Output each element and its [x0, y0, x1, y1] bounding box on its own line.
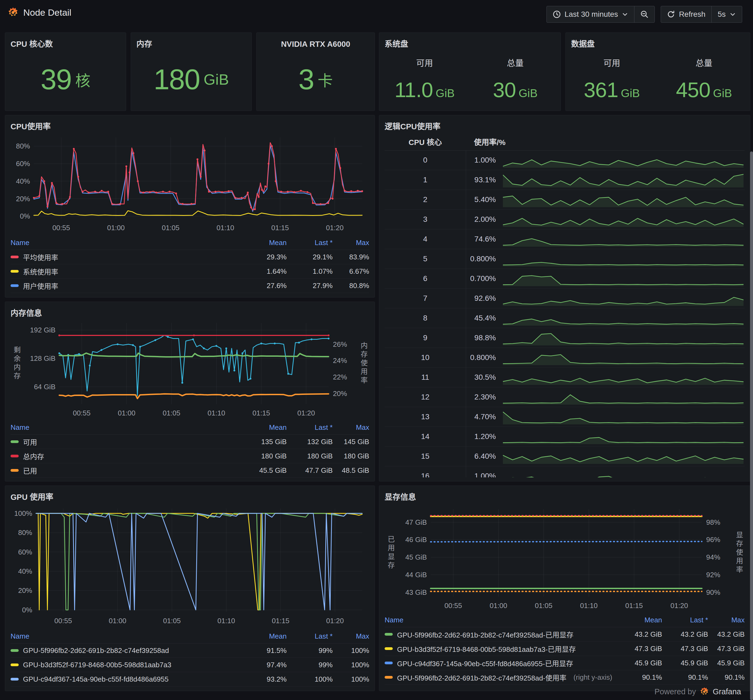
y-axis-title: 剩余内存 [12, 346, 22, 381]
legend-series-name[interactable]: GPU-c94df367-145a-90eb-c55f-fd8d486a6955 [11, 675, 241, 683]
panel-memory-total: 内存 180GiB [131, 33, 252, 111]
legend-series-name[interactable]: GPU-b3d3f52f-6719-8468-00b5-598d81aab7a3 [11, 661, 241, 669]
series-point [33, 197, 35, 199]
cpu-core-sparkline [503, 468, 744, 477]
legend-header-col[interactable]: Last * [287, 632, 333, 641]
legend-series-name[interactable]: GPU-5f996fb2-2d62-691b-2b82-c74ef39258ad [11, 647, 241, 655]
series-point [69, 196, 71, 198]
legend-row: GPU-c94df367-145a-90eb-c55f-fd8d486a6955… [11, 672, 369, 686]
series-point [271, 145, 273, 147]
y-axis-title: 显存使用率 [734, 531, 744, 574]
legend-series-name[interactable]: GPU-5f996fb2-2d62-691b-2b82-c74ef39258ad… [384, 630, 616, 639]
table-row: 100.800% [384, 348, 745, 368]
panel-title[interactable]: 逻辑CPU使用率 [384, 120, 745, 133]
panel-title[interactable]: NVIDIA RTX A6000 [262, 37, 369, 51]
memory-info-chart[interactable] [11, 320, 369, 419]
sparkline-cell [503, 429, 744, 444]
series-point [55, 202, 57, 204]
legend-header-col[interactable]: Max [708, 616, 745, 624]
panel-title[interactable]: 数据盘 [571, 37, 745, 51]
gpu-usage-chart[interactable] [11, 504, 369, 628]
cpu-core-cell: 14 [384, 427, 466, 446]
cpu-usage-cell: 0.700% [466, 274, 496, 283]
legend-header-col[interactable]: Max [333, 632, 369, 641]
cpu-usage-chart[interactable] [11, 133, 369, 234]
legend-header-col[interactable]: Mean [616, 616, 662, 624]
series-point [225, 348, 227, 349]
legend-value-max: 43.2 GiB [708, 630, 745, 639]
legend-series-marker [384, 662, 393, 664]
legend-series-name[interactable]: 已用 [11, 466, 241, 476]
stat-value: 361 [584, 78, 618, 102]
legend-series-marker [11, 649, 19, 652]
refresh-button[interactable]: Refresh [661, 6, 711, 22]
legend-header-name[interactable]: Name [11, 632, 241, 641]
time-range-picker[interactable]: Last 30 minutes [547, 6, 634, 22]
series-point [274, 342, 276, 344]
legend-series-name[interactable]: GPU-c94df367-145a-90eb-c55f-fd8d486a6955… [384, 658, 616, 668]
y-axis-tick-label: 92% [706, 571, 720, 579]
panel-title[interactable]: CPU使用率 [11, 120, 369, 133]
panel-gpu-usage: GPU 使用率 0%20%40%60%80%100%00:5501:0001:0… [5, 485, 375, 691]
page-scrollbar[interactable] [750, 151, 753, 700]
cpu-core-cell: 15 [384, 447, 466, 466]
series-point [192, 338, 194, 340]
series-point [197, 159, 198, 161]
series-point [287, 373, 289, 375]
legend-header-col[interactable]: Last * [287, 423, 333, 432]
panel-title[interactable]: CPU 核心数 [11, 37, 120, 51]
legend-header-name[interactable]: Name [11, 239, 241, 247]
legend-series-marker [384, 676, 393, 679]
legend-header-col[interactable]: Max [333, 239, 369, 247]
cpu-core-sparkline [503, 172, 744, 187]
panel-memory-info: 内存信息 64 GiB128 GiB192 GiB20%22%24%26%00:… [5, 302, 375, 482]
x-axis-tick-label: 01:10 [580, 602, 598, 610]
stat-label: 可用 [603, 56, 620, 69]
y-axis-tick-label: 192 GiB [11, 326, 55, 334]
y-axis-tick-label: 20% [11, 195, 30, 203]
vram-info-chart[interactable] [384, 504, 745, 612]
series-point [94, 191, 96, 193]
cpu-core-cell: 16 [384, 466, 466, 477]
panel-title[interactable]: 显存信息 [384, 491, 745, 504]
legend-row: GPU-5f996fb2-2d62-691b-2b82-c74ef39258ad… [384, 670, 745, 684]
x-axis-tick-label: 01:00 [107, 224, 125, 232]
legend-series-name[interactable]: GPU-5f996fb2-2d62-691b-2b82-c74ef39258ad… [384, 672, 616, 683]
legend-series-name[interactable]: GPU-b3d3f52f-6719-8468-00b5-598d81aab7a3… [384, 644, 616, 654]
series-point [175, 193, 177, 195]
series-point [357, 190, 359, 192]
y-axis-tick-label: 0% [11, 606, 32, 614]
column-header-core[interactable]: CPU 核心 [384, 136, 466, 147]
panel-title[interactable]: 内存信息 [11, 307, 369, 320]
refresh-interval-dropdown[interactable]: 5s [711, 6, 742, 22]
legend-series-name[interactable]: 可用 [11, 437, 241, 447]
series-point [241, 352, 243, 354]
legend-header-col[interactable]: Last * [287, 239, 333, 247]
legend-series-marker [11, 678, 19, 681]
legend-series-name[interactable]: 平均使用率 [11, 252, 241, 262]
legend-series-name[interactable]: 用户使用率 [11, 281, 241, 291]
series-point [51, 182, 53, 184]
legend-header-name[interactable]: Name [384, 616, 616, 624]
series-point [89, 365, 91, 366]
legend-header-col[interactable]: Mean [241, 239, 287, 247]
series-point [203, 150, 205, 151]
panel-title[interactable]: 内存 [136, 37, 246, 51]
powered-by-footer[interactable]: Powered by Grafana [655, 687, 741, 696]
legend-header-col[interactable]: Mean [241, 632, 287, 641]
legend-header-col[interactable]: Last * [662, 616, 708, 624]
panel-title[interactable]: GPU 使用率 [11, 491, 369, 504]
panel-title[interactable]: 系统盘 [384, 37, 555, 51]
y-axis-tick-label: 22% [333, 373, 347, 381]
series-point [328, 338, 330, 340]
legend-series-name[interactable]: 系统使用率 [11, 267, 241, 276]
legend-series-name[interactable]: 总内存 [11, 451, 241, 461]
legend-header-name[interactable]: Name [11, 423, 241, 432]
stat-unit: GiB [436, 87, 455, 100]
legend-value-mean: 45.9 GiB [616, 659, 662, 667]
legend-header-col[interactable]: Mean [241, 423, 287, 432]
column-header-usage[interactable]: 使用率/% [466, 136, 514, 147]
legend-header-col[interactable]: Max [333, 423, 369, 432]
zoom-out-button[interactable] [634, 6, 655, 22]
stat-label: 总量 [507, 56, 524, 69]
